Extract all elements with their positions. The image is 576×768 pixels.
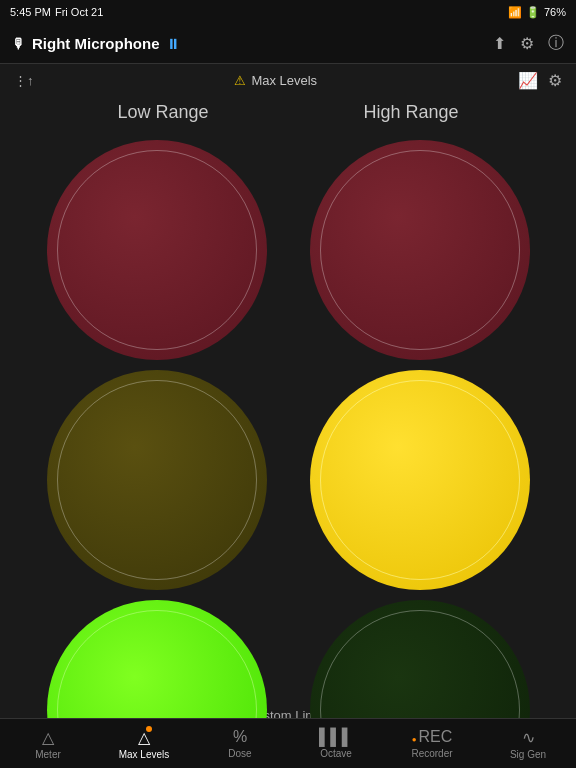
- settings-button[interactable]: ⚙: [520, 34, 534, 53]
- circle-low-range-mid[interactable]: [47, 370, 267, 590]
- status-right: 📶 🔋 76%: [508, 6, 566, 19]
- recorder-label: Recorder: [411, 748, 452, 759]
- circle-cell-top-right[interactable]: [293, 140, 546, 360]
- info-button[interactable]: ⓘ: [548, 33, 564, 54]
- meter-icon: △: [42, 728, 54, 747]
- top-bar: 🎙 Right Microphone ⏸ ⬆ ⚙ ⓘ: [0, 24, 576, 64]
- microphone-icon: 🎙: [12, 36, 26, 52]
- octave-icon: ▌▌▌: [319, 728, 353, 746]
- nav-item-max-levels[interactable]: △ Max Levels: [96, 724, 192, 764]
- sub-gear-icon[interactable]: ⚙: [548, 71, 562, 90]
- top-bar-right: ⬆ ⚙ ⓘ: [493, 33, 564, 54]
- pause-icon[interactable]: ⏸: [166, 36, 180, 52]
- nav-item-dose[interactable]: % Dose: [192, 724, 288, 763]
- bottom-nav: △ Meter △ Max Levels % Dose ▌▌▌ Octave ●…: [0, 718, 576, 768]
- column-headers: Low Range High Range: [0, 96, 576, 132]
- meter-label: Meter: [35, 749, 61, 760]
- nav-item-octave[interactable]: ▌▌▌ Octave: [288, 724, 384, 763]
- warning-icon: ⚠: [234, 73, 246, 88]
- max-levels-icon-wrap: △: [138, 728, 150, 747]
- active-dot: [146, 726, 152, 732]
- high-range-header: High Range: [363, 102, 458, 126]
- sub-toolbar: ⋮↑ ⚠ Max Levels 📈 ⚙: [0, 64, 576, 96]
- circle-high-range-mid[interactable]: [310, 370, 530, 590]
- max-levels-nav-label: Max Levels: [119, 749, 170, 760]
- sub-toolbar-left: ⋮↑: [14, 73, 34, 88]
- circle-cell-top-left[interactable]: [30, 140, 283, 360]
- status-bar: 5:45 PM Fri Oct 21 📶 🔋 76%: [0, 0, 576, 24]
- recorder-icon: ●REC: [412, 728, 453, 746]
- sig-gen-icon: ∿: [522, 728, 535, 747]
- share-button[interactable]: ⬆: [493, 34, 506, 53]
- circle-cell-mid-right[interactable]: [293, 370, 546, 590]
- sub-toolbar-center[interactable]: ⚠ Max Levels: [234, 73, 317, 88]
- sig-gen-label: Sig Gen: [510, 749, 546, 760]
- dose-label: Dose: [228, 748, 251, 759]
- circle-grid: [0, 132, 576, 702]
- app-title: Right Microphone: [32, 35, 160, 52]
- wifi-icon: 📶: [508, 6, 522, 19]
- circle-cell-mid-left[interactable]: [30, 370, 283, 590]
- dose-icon: %: [233, 728, 247, 746]
- status-date: Fri Oct 21: [55, 6, 103, 18]
- circle-low-range-top[interactable]: [47, 140, 267, 360]
- sub-toolbar-right: 📈 ⚙: [518, 71, 562, 90]
- chart-icon[interactable]: 📈: [518, 71, 538, 90]
- max-levels-label: Max Levels: [251, 73, 317, 88]
- status-time: 5:45 PM: [10, 6, 51, 18]
- wave-icon: ⋮↑: [14, 73, 34, 88]
- battery-icon: 🔋: [526, 6, 540, 19]
- nav-item-sig-gen[interactable]: ∿ Sig Gen: [480, 724, 576, 764]
- nav-item-meter[interactable]: △ Meter: [0, 724, 96, 764]
- low-range-header: Low Range: [117, 102, 208, 126]
- octave-label: Octave: [320, 748, 352, 759]
- circle-high-range-top[interactable]: [310, 140, 530, 360]
- top-bar-left: 🎙 Right Microphone ⏸: [12, 35, 180, 52]
- battery-level: 76%: [544, 6, 566, 18]
- nav-item-recorder[interactable]: ●REC Recorder: [384, 724, 480, 763]
- status-left: 5:45 PM Fri Oct 21: [10, 6, 103, 18]
